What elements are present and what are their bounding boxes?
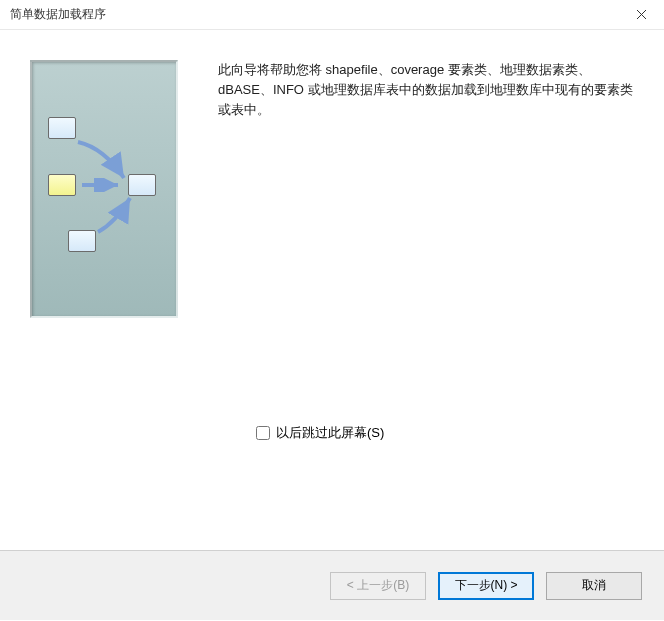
arrow-icon: [74, 138, 132, 188]
cancel-button[interactable]: 取消: [546, 572, 642, 600]
window-title: 简单数据加载程序: [10, 6, 106, 23]
wizard-illustration: [30, 60, 178, 318]
back-button: < 上一步(B): [330, 572, 426, 600]
skip-screen-row[interactable]: 以后跳过此屏幕(S): [256, 424, 384, 442]
title-bar: 简单数据加载程序: [0, 0, 664, 30]
illustration-box: [68, 230, 96, 252]
illustration-box: [48, 117, 76, 139]
wizard-description: 此向导将帮助您将 shapefile、coverage 要素类、地理数据素类、d…: [218, 60, 644, 550]
wizard-footer: < 上一步(B) 下一步(N) > 取消: [0, 550, 664, 620]
arrow-icon: [80, 178, 124, 192]
close-button[interactable]: [619, 0, 664, 30]
illustration-box: [128, 174, 156, 196]
skip-screen-label: 以后跳过此屏幕(S): [276, 424, 384, 442]
illustration-box: [48, 174, 76, 196]
arrow-icon: [94, 192, 136, 237]
close-icon: [636, 9, 647, 20]
next-button[interactable]: 下一步(N) >: [438, 572, 534, 600]
wizard-content: 此向导将帮助您将 shapefile、coverage 要素类、地理数据素类、d…: [0, 30, 664, 550]
skip-screen-checkbox[interactable]: [256, 426, 270, 440]
